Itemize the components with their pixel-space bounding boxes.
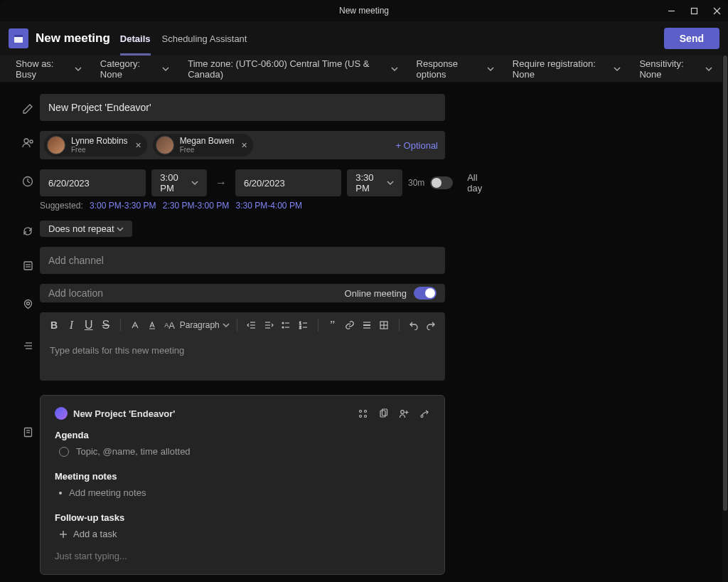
notes-title: New Project 'Endeavor' [73,408,175,419]
suggested-time-link[interactable]: 3:00 PM-3:30 PM [90,201,156,211]
start-time-picker[interactable]: 3:00 PM [151,169,207,196]
description-textarea[interactable]: Type details for this new meeting [40,338,445,381]
quote-button[interactable]: ” [326,317,340,334]
attendee-chip[interactable]: Lynne Robbins Free ✕ [44,134,147,157]
scrollbar-thumb[interactable] [723,55,727,511]
share-people-icon[interactable] [399,408,410,419]
chevron-down-icon [614,65,621,73]
end-time-picker[interactable]: 3:30 PM [347,169,402,196]
send-button[interactable]: Send [664,28,719,49]
paragraph-style-dropdown[interactable]: Paragraph [180,320,230,330]
channel-input[interactable] [48,247,437,274]
start-date-picker[interactable]: 6/20/2023 [40,169,146,196]
add-optional-link[interactable]: + Optional [395,140,438,151]
location-icon [17,293,38,314]
redo-button[interactable] [424,317,438,334]
strikethrough-button[interactable]: S [99,317,113,334]
repeat-icon [17,221,38,242]
channel-field[interactable] [40,247,445,274]
attendee-status: Free [71,146,128,154]
suggested-time-link[interactable]: 3:30 PM-4:00 PM [236,201,302,211]
add-task-button[interactable]: Add a task [55,529,430,539]
pencil-icon [17,98,38,120]
description-editor: B I U S AA Paragraph 12 ” [40,312,445,381]
copy-icon[interactable] [378,408,389,419]
divider [399,319,400,332]
response-options-dropdown[interactable]: Response options [417,58,494,80]
title-field[interactable] [40,94,445,121]
font-size-button[interactable]: AA [162,317,176,334]
online-meeting-toggle[interactable] [414,287,437,300]
italic-button[interactable]: I [64,317,78,334]
page-title: New meeting [36,31,110,46]
notes-ghost-text[interactable]: Just start typing... [55,551,430,561]
notes-icon [17,421,38,443]
svg-point-12 [26,302,29,305]
calendar-icon [9,28,28,48]
remove-chip-button[interactable]: ✕ [241,141,247,150]
location-input[interactable] [48,287,345,299]
svg-point-43 [365,415,367,417]
end-date-picker[interactable]: 6/20/2023 [235,169,341,196]
grid-icon[interactable] [358,408,368,419]
add-task-label: Add a task [73,529,117,539]
avatar [156,136,174,154]
agenda-placeholder: Topic, @name, time allotted [76,446,191,457]
agenda-item[interactable]: Topic, @name, time allotted [55,446,430,457]
highlight-button[interactable] [128,317,142,334]
location-field[interactable]: Online meeting [40,284,445,302]
remove-chip-button[interactable]: ✕ [135,141,141,150]
recurrence-dropdown[interactable]: Does not repeat [40,221,132,237]
meeting-notes-item[interactable]: Add meeting notes [55,487,430,498]
hr-button[interactable] [360,317,374,334]
svg-point-7 [30,140,33,143]
attendees-field[interactable]: Lynne Robbins Free ✕ Megan Bowen Free ✕ … [40,131,445,159]
description-icon [17,334,38,356]
recap-icon[interactable] [419,408,430,419]
tab-scheduling-assistant[interactable]: Scheduling Assistant [162,21,247,55]
suggested-time-link[interactable]: 2:30 PM-3:00 PM [163,201,229,211]
require-registration-dropdown[interactable]: Require registration: None [513,58,621,80]
attendee-status: Free [180,146,235,154]
svg-point-46 [401,410,405,413]
close-button[interactable] [705,0,728,21]
attendee-name: Lynne Robbins [71,137,128,146]
indent-decrease-button[interactable] [245,317,259,334]
category-dropdown[interactable]: Category: None [100,58,169,80]
title-input[interactable] [48,94,437,121]
chevron-down-icon [191,179,198,186]
numbered-list-button[interactable]: 12 [296,317,310,334]
header: New meeting Details Scheduling Assistant… [0,21,728,55]
tab-details[interactable]: Details [120,21,151,55]
bold-button[interactable]: B [47,317,61,334]
row-icons-column [16,94,40,575]
sensitivity-dropdown[interactable]: Sensitivity: None [639,58,712,80]
underline-button[interactable]: U [82,317,96,334]
attendee-chip[interactable]: Megan Bowen Free ✕ [153,134,254,157]
divider [237,319,237,332]
online-meeting-label: Online meeting [345,288,407,299]
table-button[interactable] [377,317,391,334]
bullet-list-button[interactable] [279,317,293,334]
font-color-button[interactable] [145,317,159,334]
radio-empty-icon[interactable] [59,447,69,457]
indent-increase-button[interactable] [262,317,276,334]
titlebar: New meeting [0,0,728,21]
show-as-dropdown[interactable]: Show as: Busy [16,58,82,80]
attendee-name: Megan Bowen [180,137,235,146]
chevron-down-icon [75,65,82,73]
timezone-dropdown[interactable]: Time zone: (UTC-06:00) Central Time (US … [188,58,397,80]
svg-point-40 [360,410,362,412]
link-button[interactable] [343,317,357,334]
svg-rect-45 [382,409,387,416]
scrollbar-track[interactable] [722,55,728,582]
suggested-times: Suggested: 3:00 PM-3:30 PM 2:30 PM-3:00 … [40,201,495,211]
all-day-toggle[interactable] [430,176,453,189]
chevron-down-icon [387,179,394,186]
datetime-row: 6/20/2023 3:00 PM → 6/20/2023 3:30 PM 30… [40,169,495,196]
undo-button[interactable] [406,317,420,334]
minimize-button[interactable] [660,0,682,21]
meeting-notes-card: New Project 'Endeavor' Agenda Topic, @na… [40,395,445,575]
maximize-button[interactable] [682,0,705,21]
chevron-down-icon [391,65,398,73]
